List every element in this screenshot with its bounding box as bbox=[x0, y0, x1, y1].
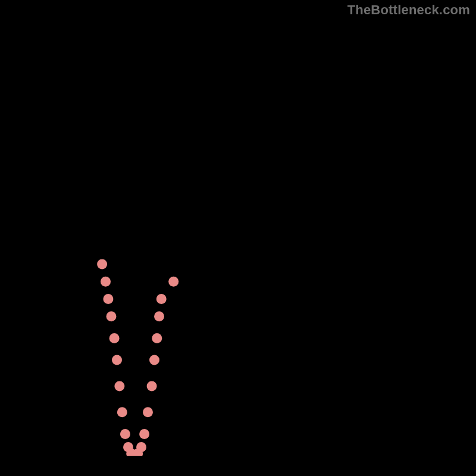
data-point bbox=[101, 277, 111, 287]
curve-layer bbox=[20, 20, 456, 456]
data-point bbox=[103, 294, 113, 304]
bottleneck-curve bbox=[46, 20, 456, 456]
data-point bbox=[97, 259, 107, 269]
data-point bbox=[120, 429, 130, 439]
plot-area bbox=[20, 20, 456, 456]
data-point bbox=[109, 333, 120, 343]
data-markers bbox=[97, 259, 178, 456]
data-point bbox=[149, 355, 159, 365]
data-point bbox=[117, 407, 127, 417]
data-point bbox=[112, 355, 122, 365]
data-point bbox=[152, 333, 162, 343]
data-point bbox=[143, 407, 153, 417]
data-point bbox=[154, 311, 164, 321]
data-point bbox=[139, 429, 149, 439]
data-point bbox=[147, 381, 157, 391]
chart-canvas: TheBottleneck.com bbox=[0, 0, 476, 476]
data-point bbox=[136, 442, 146, 452]
data-point bbox=[168, 277, 178, 287]
data-point bbox=[107, 311, 117, 321]
data-point bbox=[156, 294, 167, 304]
data-point bbox=[114, 381, 124, 391]
watermark-text: TheBottleneck.com bbox=[347, 2, 470, 18]
